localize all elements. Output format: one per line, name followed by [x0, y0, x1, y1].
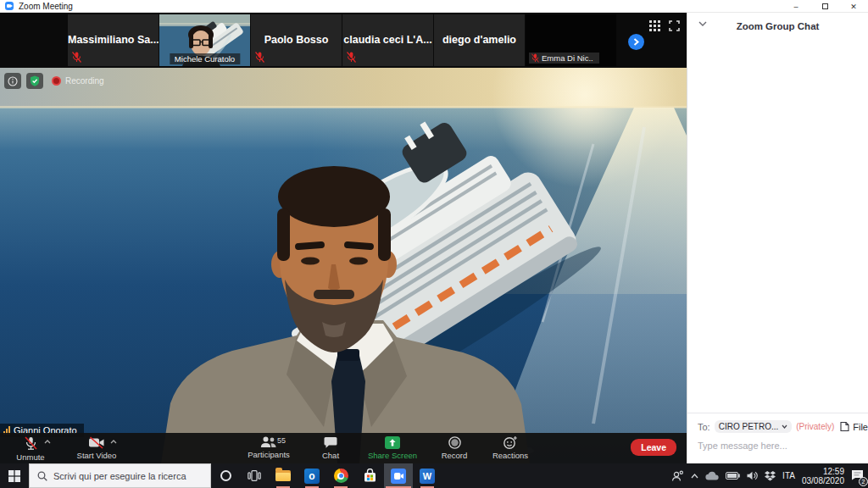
video-off-icon — [88, 436, 105, 449]
chrome-button[interactable] — [326, 463, 355, 488]
encryption-shield-icon[interactable] — [26, 73, 43, 89]
gallery-view-icon[interactable] — [649, 20, 660, 31]
taskbar-search[interactable]: Scrivi qui per eseguire la ricerca — [29, 463, 211, 488]
record-icon — [448, 436, 461, 449]
zoom-icon — [391, 469, 406, 484]
microsoft-store-button[interactable] — [355, 463, 384, 488]
unmute-button[interactable]: Unmute — [8, 433, 53, 463]
search-icon — [37, 471, 47, 481]
participant-name: claudia ceci L'A... — [342, 33, 433, 45]
system-tray: ITA 12:59 03/08/2020 2 — [671, 467, 868, 485]
onedrive-cloud-icon[interactable] — [705, 471, 719, 480]
notification-count-badge: 2 — [859, 477, 868, 486]
zoom-app-icon — [5, 2, 14, 10]
muted-mic-icon — [72, 52, 81, 63]
chat-bubble-icon — [324, 436, 337, 449]
record-button[interactable]: Record — [432, 433, 476, 463]
start-video-button[interactable]: Start Video — [75, 433, 119, 463]
participant-tile[interactable]: Massimiliano Sa... — [68, 14, 159, 66]
title-bar: Zoom Meeting – ✕ — [0, 0, 868, 13]
task-view-icon — [248, 470, 261, 481]
leave-button[interactable]: Leave — [631, 439, 676, 456]
start-video-label: Start Video — [77, 451, 117, 460]
chrome-icon — [334, 469, 348, 483]
meeting-info-icon[interactable] — [4, 73, 21, 89]
participant-name: Massimiliano Sa... — [68, 33, 159, 45]
fullscreen-icon[interactable] — [669, 20, 680, 31]
video-options-caret[interactable] — [110, 440, 117, 444]
meeting-toolbar: Unmute Start Video 55 Participants Chat — [0, 433, 687, 463]
recording-indicator: Recording — [52, 76, 104, 86]
cortana-icon — [220, 470, 231, 481]
participants-icon — [260, 436, 277, 448]
hidden-icons-chevron[interactable] — [691, 474, 698, 479]
meeting-area: Massimiliano Sa... — [0, 13, 687, 463]
participant-tile[interactable]: Paolo Bosso — [251, 14, 342, 66]
muted-mic-icon — [347, 52, 356, 63]
chat-button[interactable]: Chat — [309, 433, 353, 463]
share-screen-icon — [385, 436, 400, 449]
recording-dot-icon — [52, 76, 61, 86]
participants-label: Participants — [248, 450, 290, 459]
participant-tile[interactable]: diego d'amelio — [434, 14, 525, 66]
close-button[interactable]: ✕ — [839, 0, 868, 13]
chat-message-input[interactable] — [698, 441, 860, 451]
share-screen-button[interactable]: Share Screen — [364, 433, 420, 463]
muted-mic-icon — [531, 53, 539, 63]
active-speaker-video: Recording Gianni Onorato — [0, 68, 687, 463]
chat-panel-title: Zoom Group Chat — [737, 21, 820, 31]
battery-icon[interactable] — [726, 472, 740, 480]
muted-mic-icon — [255, 52, 264, 63]
minimize-button[interactable]: – — [782, 0, 810, 13]
participant-name: Michele Curatolo — [170, 53, 240, 64]
chat-label: Chat — [322, 451, 339, 460]
chat-message-list[interactable] — [687, 40, 868, 413]
unmute-options-caret[interactable] — [44, 440, 51, 444]
people-icon[interactable] — [671, 470, 684, 482]
muted-mic-icon — [24, 436, 38, 451]
chevron-down-icon[interactable] — [698, 21, 707, 26]
participant-tile[interactable]: Emma Di Nic.. — [526, 14, 616, 66]
file-explorer-button[interactable] — [269, 463, 298, 488]
language-indicator[interactable]: ITA — [782, 471, 795, 480]
word-icon: W — [420, 469, 435, 484]
start-button[interactable] — [0, 463, 29, 488]
share-screen-label: Share Screen — [368, 451, 417, 460]
file-button[interactable]: File — [840, 421, 868, 432]
maximize-button[interactable] — [810, 0, 839, 13]
next-participants-button[interactable] — [628, 34, 644, 50]
dropbox-icon[interactable] — [765, 471, 776, 481]
notification-center-button[interactable]: 2 — [851, 469, 864, 484]
record-label: Record — [442, 451, 468, 460]
cortana-button[interactable] — [211, 463, 240, 488]
clock-date: 03/08/2020 — [802, 476, 844, 485]
chevron-down-icon — [782, 424, 787, 429]
taskbar-clock[interactable]: 12:59 03/08/2020 — [802, 467, 844, 485]
recording-label: Recording — [65, 76, 104, 86]
search-placeholder: Scrivi qui per eseguire la ricerca — [53, 471, 186, 481]
speaker-icon[interactable] — [747, 471, 758, 480]
participant-name: diego d'amelio — [434, 33, 525, 45]
recipient-dropdown[interactable]: CIRO PETRO... — [715, 420, 793, 433]
participant-name: Emma Di Nic.. — [542, 53, 593, 63]
task-view-button[interactable] — [240, 463, 269, 488]
windows-taskbar: Scrivi qui per eseguire la ricerca o — [0, 463, 868, 488]
window-title: Zoom Meeting — [19, 2, 73, 11]
zoom-meeting-window: Zoom Meeting – ✕ Massimiliano Sa... — [0, 0, 868, 488]
participant-name: Paolo Bosso — [251, 33, 342, 45]
unmute-label: Unmute — [16, 452, 44, 462]
word-button[interactable]: W — [413, 463, 442, 488]
chevron-right-icon — [633, 38, 639, 46]
participant-tile-video[interactable]: Michele Curatolo — [159, 14, 250, 66]
file-icon — [840, 421, 849, 432]
outlook-button[interactable]: o — [298, 463, 326, 488]
windows-logo-icon — [8, 470, 20, 482]
zoom-taskbar-button[interactable] — [384, 463, 413, 488]
chat-panel: Zoom Group Chat To: CIRO PETRO... (Priva… — [687, 13, 868, 463]
reactions-button[interactable]: Reactions — [488, 433, 532, 463]
file-label: File — [853, 422, 868, 432]
participants-button[interactable]: 55 Participants — [241, 433, 297, 463]
outlook-icon: o — [304, 469, 320, 484]
participant-tile[interactable]: claudia ceci L'A... — [342, 14, 433, 66]
speaker-video-frame — [0, 68, 687, 463]
